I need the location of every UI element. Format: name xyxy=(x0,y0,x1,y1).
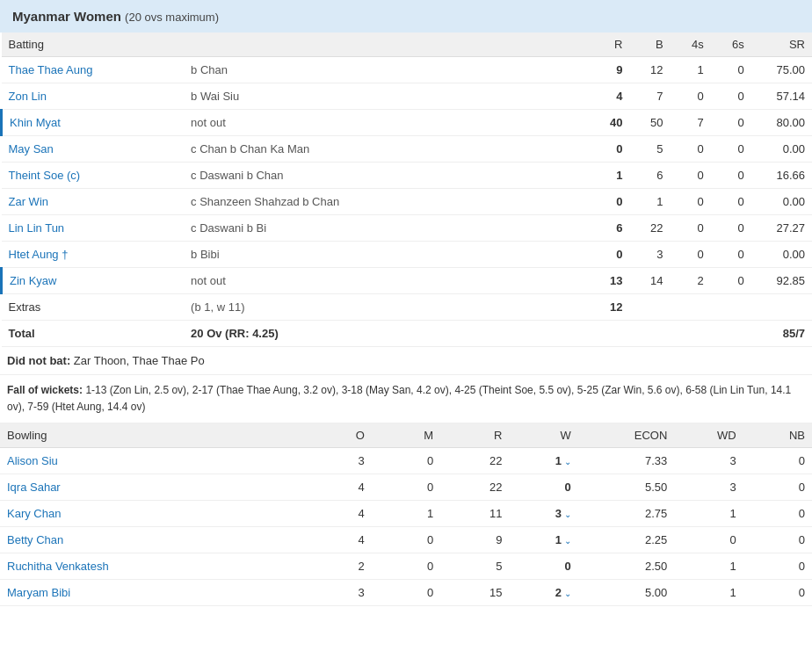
bowling-row: Alison Siu 3 0 22 1 ⌄ 7.33 3 0 xyxy=(0,448,812,474)
batting-sr: 16.66 xyxy=(751,163,812,189)
chevron-icon: ⌄ xyxy=(562,510,571,519)
b-col-header: B xyxy=(629,33,670,57)
batting-dismissal: c Daswani b Bi xyxy=(184,215,589,242)
batting-runs: 1 xyxy=(589,163,629,189)
batting-player-name[interactable]: Khin Myat xyxy=(2,110,185,136)
batting-fours: 0 xyxy=(671,136,711,163)
batting-runs: 4 xyxy=(589,83,629,110)
bowling-overs: 3 xyxy=(303,448,372,474)
batting-runs: 40 xyxy=(589,110,629,136)
batting-fours: 7 xyxy=(671,110,711,136)
bowling-wd: 1 xyxy=(674,580,743,606)
batting-fours: 2 xyxy=(671,268,711,294)
o-col-header: O xyxy=(303,423,372,448)
bowling-nb: 0 xyxy=(743,448,812,474)
bowling-table: Bowling O M R W ECON WD NB Alison Siu 3 … xyxy=(0,423,812,606)
batting-balls: 3 xyxy=(629,242,670,268)
bowling-wickets: 2 ⌄ xyxy=(509,580,577,606)
batting-player-name[interactable]: Theint Soe (c) xyxy=(2,163,185,189)
bowling-player-name[interactable]: Betty Chan xyxy=(0,527,303,553)
fall-of-wickets-text: 1-13 (Zon Lin, 2.5 ov), 2-17 (Thae Thae … xyxy=(7,384,791,413)
batting-sr: 27.27 xyxy=(751,215,812,242)
batting-row: Zon Lin b Wai Siu 4 7 0 0 57.14 xyxy=(2,83,813,110)
batting-player-name[interactable]: May San xyxy=(2,136,185,163)
wd-col-header: WD xyxy=(674,423,743,448)
bowling-row: Ruchitha Venkatesh 2 0 5 0 2.50 1 0 xyxy=(0,553,812,580)
batting-balls: 22 xyxy=(629,215,670,242)
bowling-runs: 22 xyxy=(440,448,509,474)
bowling-overs: 3 xyxy=(303,580,372,606)
batting-sixes: 0 xyxy=(711,57,751,83)
batting-fours: 0 xyxy=(671,215,711,242)
batting-balls: 6 xyxy=(629,163,670,189)
bowling-nb: 0 xyxy=(743,580,812,606)
bowling-econ: 5.50 xyxy=(578,474,675,501)
batting-player-name[interactable]: Lin Lin Tun xyxy=(2,215,185,242)
w-col-header: W xyxy=(509,423,577,448)
batting-player-name[interactable]: Zar Win xyxy=(2,189,185,215)
fall-of-wickets: Fall of wickets: 1-13 (Zon Lin, 2.5 ov),… xyxy=(0,375,812,423)
batting-sixes: 0 xyxy=(711,268,751,294)
batting-player-name[interactable]: Zon Lin xyxy=(2,83,185,110)
bowling-maidens: 0 xyxy=(372,448,440,474)
batting-runs: 13 xyxy=(589,268,629,294)
batting-player-name[interactable]: Thae Thae Aung xyxy=(2,57,185,83)
batting-sr: 0.00 xyxy=(751,189,812,215)
batting-dismissal: b Bibi xyxy=(184,242,589,268)
total-detail: 20 Ov (RR: 4.25) xyxy=(184,321,589,347)
bowling-econ: 7.33 xyxy=(578,448,675,474)
batting-runs: 0 xyxy=(589,136,629,163)
batting-sr: 57.14 xyxy=(751,83,812,110)
batting-dismissal: b Chan xyxy=(184,57,589,83)
bowling-nb: 0 xyxy=(743,474,812,501)
bowling-wd: 1 xyxy=(674,553,743,580)
batting-fours: 0 xyxy=(671,242,711,268)
bowling-econ: 5.00 xyxy=(578,580,675,606)
batting-col-header: Batting xyxy=(2,33,185,57)
bowling-runs: 11 xyxy=(440,501,509,527)
batting-player-name[interactable]: Htet Aung † xyxy=(2,242,185,268)
bowling-econ: 2.25 xyxy=(578,527,675,553)
bowling-wd: 1 xyxy=(674,501,743,527)
batting-sixes: 0 xyxy=(711,242,751,268)
bowling-player-name[interactable]: Maryam Bibi xyxy=(0,580,303,606)
extras-detail: (b 1, w 11) xyxy=(184,294,589,321)
batting-runs: 9 xyxy=(589,57,629,83)
extras-row: Extras (b 1, w 11) 12 xyxy=(2,294,813,321)
bowling-nb: 0 xyxy=(743,553,812,580)
did-not-bat-label: Did not bat: xyxy=(7,354,70,367)
bowling-maidens: 0 xyxy=(372,580,440,606)
batting-dismissal: c Daswani b Chan xyxy=(184,163,589,189)
batting-balls: 5 xyxy=(629,136,670,163)
batting-sr: 0.00 xyxy=(751,136,812,163)
batting-fours: 1 xyxy=(671,57,711,83)
bowling-player-name[interactable]: Ruchitha Venkatesh xyxy=(0,553,303,580)
bowling-overs: 4 xyxy=(303,527,372,553)
bowling-maidens: 0 xyxy=(372,527,440,553)
did-not-bat-players: Zar Thoon, Thae Thae Po xyxy=(74,354,205,367)
bowling-wd: 0 xyxy=(674,527,743,553)
batting-sixes: 0 xyxy=(711,189,751,215)
sixes-col-header: 6s xyxy=(711,33,751,57)
batting-sixes: 0 xyxy=(711,83,751,110)
bowling-player-name[interactable]: Kary Chan xyxy=(0,501,303,527)
scorecard: Myanmar Women (20 ovs maximum) Batting R… xyxy=(0,0,812,606)
total-row: Total 20 Ov (RR: 4.25) 85/7 xyxy=(2,321,813,347)
nb-col-header: NB xyxy=(743,423,812,448)
batting-row: Zin Kyaw not out 13 14 2 0 92.85 xyxy=(2,268,813,294)
bowling-player-name[interactable]: Alison Siu xyxy=(0,448,303,474)
m-col-header: M xyxy=(372,423,440,448)
bowling-wickets: 0 xyxy=(509,474,577,501)
bowling-maidens: 0 xyxy=(372,553,440,580)
batting-player-name[interactable]: Zin Kyaw xyxy=(2,268,185,294)
team-header: Myanmar Women (20 ovs maximum) xyxy=(0,0,812,33)
batting-sr: 92.85 xyxy=(751,268,812,294)
bowling-player-name[interactable]: Iqra Sahar xyxy=(0,474,303,501)
bowling-runs: 5 xyxy=(440,553,509,580)
bowling-overs: 4 xyxy=(303,501,372,527)
bowling-wd: 3 xyxy=(674,448,743,474)
batting-balls: 1 xyxy=(629,189,670,215)
batting-dismissal: not out xyxy=(184,110,589,136)
batting-sixes: 0 xyxy=(711,136,751,163)
r-bowl-col-header: R xyxy=(440,423,509,448)
